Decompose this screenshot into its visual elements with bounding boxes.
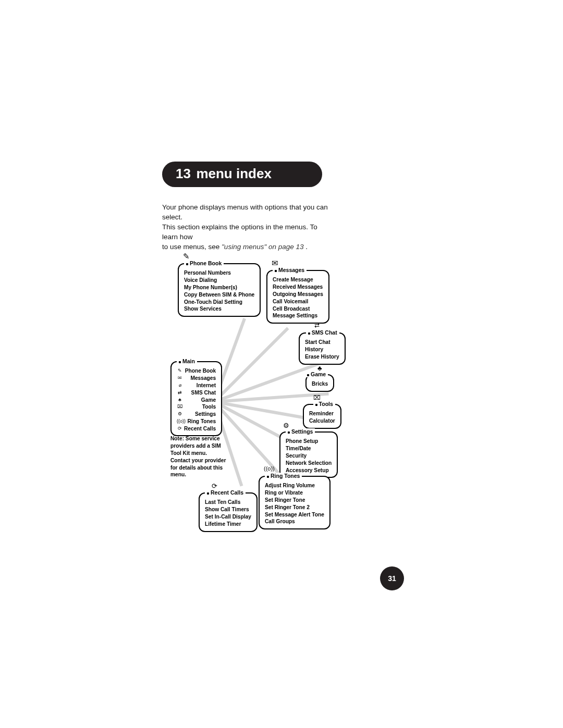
menu-item: Personal Numbers	[184, 269, 254, 277]
intro-crossref: "using menus" on page 13	[222, 243, 303, 251]
menu-item: Start Chat	[305, 339, 339, 346]
messages-icon: ✉	[272, 258, 278, 268]
menu-item: Erase History	[305, 353, 339, 361]
menu-item-label: Game	[201, 397, 216, 403]
menu-items-list: Reminder Calculator	[309, 410, 335, 425]
menu-item: Call Voicemail	[273, 298, 323, 305]
menu-item-label: Tools	[202, 404, 216, 410]
menu-items-list: ✎Phone Book ✉Messages ⌀Internet ⇄SMS Cha…	[177, 367, 216, 432]
chapter-heading-bar: 13 menu index	[162, 162, 322, 187]
intro-line: .	[304, 243, 308, 251]
menu-box-title: Tools	[313, 401, 335, 407]
mini-icon: ⇄	[177, 389, 183, 396]
menu-item: Copy Between SIM & Phone	[184, 291, 254, 299]
menu-item: ((o))Ring Tones	[177, 418, 216, 425]
mini-icon: ((o))	[177, 418, 183, 424]
menu-item: ✉Messages	[177, 375, 216, 382]
menu-box-phonebook: Phone Book Personal Numbers Voice Dialin…	[178, 263, 261, 317]
menu-item-label: Internet	[197, 382, 216, 388]
page-number-badge: 31	[380, 566, 404, 590]
menu-item: Outgoing Messages	[273, 291, 323, 298]
menu-item: Adjust Ring Volume	[265, 482, 324, 489]
menu-items-list: Bricks	[312, 380, 328, 388]
menu-item: Phone Setup	[286, 438, 332, 445]
mini-icon: ⟳	[177, 425, 183, 431]
menu-item: Message Settings	[273, 312, 323, 319]
menu-box-smschat: SMS Chat Start Chat History Erase Histor…	[299, 332, 346, 364]
menu-item: Ring or Vibrate	[265, 489, 324, 497]
menu-items-list: Phone Setup Time/Date Security Network S…	[286, 438, 332, 474]
menu-box-title: Settings	[286, 428, 315, 435]
menu-item: ⟳Recent Calls	[177, 425, 216, 433]
menu-item-label: Messages	[190, 375, 216, 381]
menu-item: Lifetime Timer	[205, 521, 251, 528]
menu-item: ♣Game	[177, 397, 216, 404]
intro-line: This section explains the options in the…	[162, 223, 317, 241]
menu-item: Set Ringer Tone 2	[265, 504, 324, 511]
menu-item-label: Phone Book	[185, 368, 216, 374]
menu-items-list: Create Message Received Messages Outgoin…	[273, 276, 323, 319]
footnote-text: Note: Some service providers add a SIM T…	[170, 435, 228, 478]
menu-item: Network Selection	[286, 460, 332, 467]
mini-icon: ⌧	[177, 403, 183, 410]
menu-item-label: Ring Tones	[187, 418, 216, 424]
intro-line: to use menus, see	[162, 243, 222, 251]
mini-icon: ♣	[177, 397, 183, 403]
menu-box-game: Game Bricks	[305, 374, 334, 392]
page-number: 31	[388, 574, 396, 583]
menu-item: Voice Dialing	[184, 277, 254, 284]
menu-item: Show Call Timers	[205, 506, 251, 513]
menu-box-messages: Messages Create Message Received Message…	[266, 270, 329, 324]
menu-item: Last Ten Calls	[205, 499, 251, 506]
intro-paragraph: Your phone displays menus with options t…	[162, 203, 334, 252]
menu-item: Set Ringer Tone	[265, 497, 324, 504]
menu-item: Cell Broadcast	[273, 305, 323, 313]
menu-item: ⌧Tools	[177, 403, 216, 411]
chapter-number: 13	[176, 166, 191, 181]
recentcalls-icon: ⟳	[212, 482, 217, 490]
menu-item: Set Message Alert Tone	[265, 511, 324, 519]
menu-items-list: Adjust Ring Volume Ring or Vibrate Set R…	[265, 482, 324, 525]
menu-item: Set In-Call Display	[205, 513, 251, 521]
menu-box-recent: Recent Calls Last Ten Calls Show Call Ti…	[199, 492, 258, 532]
settings-icon: ⚙	[283, 422, 289, 429]
tools-icon: ⌧	[313, 394, 321, 401]
intro-line: Your phone displays menus with options t…	[162, 203, 328, 221]
menu-item: Call Groups	[265, 518, 324, 525]
phonebook-icon: ✎	[183, 252, 190, 261]
game-icon: ♣	[317, 364, 322, 372]
menu-item: Reminder	[309, 410, 335, 417]
menu-item: Received Messages	[273, 283, 323, 291]
mini-icon: ✉	[177, 375, 183, 381]
menu-item: Show Services	[184, 305, 254, 313]
menu-item-label: SMS Chat	[191, 390, 216, 396]
menu-items-list: Personal Numbers Voice Dialing My Phone …	[184, 269, 254, 313]
document-page: 13 menu index Your phone displays menus …	[162, 162, 412, 559]
mini-icon: ✎	[177, 367, 183, 374]
menu-item: ⚙Settings	[177, 411, 216, 418]
menu-box-title: Phone Book	[184, 260, 224, 266]
chapter-title: menu index	[196, 166, 271, 181]
menu-item: Time/Date	[286, 445, 332, 452]
menu-item: Create Message	[273, 276, 323, 283]
menu-box-main: Main ✎Phone Book ✉Messages ⌀Internet ⇄SM…	[170, 361, 222, 436]
menu-item: ⌀Internet	[177, 382, 216, 389]
menu-items-list: Last Ten Calls Show Call Timers Set In-C…	[205, 499, 251, 527]
menu-item: Security	[286, 452, 332, 460]
menu-item: One-Touch Dial Setting	[184, 299, 254, 306]
menu-item-label: Recent Calls	[184, 426, 216, 431]
menu-item: History	[305, 346, 339, 353]
smschat-icon: ⇄	[314, 322, 320, 329]
menu-items-list: Start Chat History Erase History	[305, 339, 339, 360]
menu-box-tools: Tools Reminder Calculator	[303, 404, 341, 429]
menu-item: ✎Phone Book	[177, 367, 216, 375]
menu-item: Bricks	[312, 380, 328, 388]
menu-box-title: Main	[177, 358, 197, 364]
ringtones-icon: ((o))	[264, 465, 275, 472]
mini-icon: ⌀	[177, 382, 183, 388]
menu-box-settings: Settings Phone Setup Time/Date Security …	[279, 431, 338, 478]
menu-box-title: Recent Calls	[205, 489, 246, 496]
menu-diagram: ✎ Phone Book Personal Numbers Voice Dial…	[162, 257, 402, 559]
menu-item: My Phone Number(s)	[184, 284, 254, 291]
menu-box-title: Ring Tones	[265, 473, 302, 479]
